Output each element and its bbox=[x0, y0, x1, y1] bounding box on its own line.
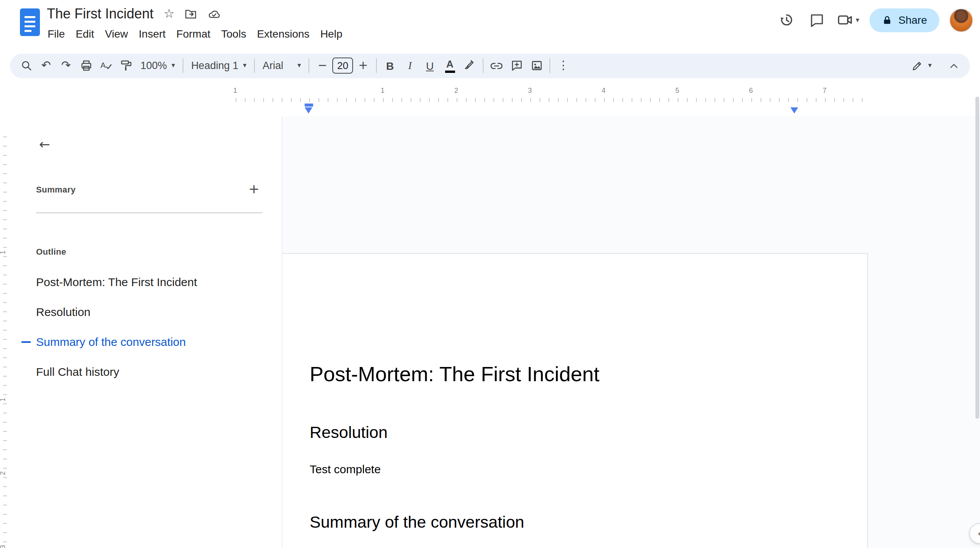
divider bbox=[376, 59, 377, 73]
share-button[interactable]: Share bbox=[869, 8, 939, 32]
title-block: The First Incident ☆ File Edit View Inse… bbox=[47, 5, 348, 41]
outline-item-label: Summary of the conversation bbox=[36, 335, 186, 348]
ruler-label: 6 bbox=[749, 87, 753, 94]
share-label: Share bbox=[898, 14, 927, 26]
current-position-dash bbox=[21, 341, 31, 343]
menu-extensions[interactable]: Extensions bbox=[252, 26, 315, 41]
hide-menus-chevron-icon[interactable] bbox=[944, 56, 964, 76]
svg-text:A: A bbox=[101, 61, 106, 69]
first-line-indent-marker[interactable] bbox=[305, 104, 313, 106]
pencil-icon bbox=[911, 60, 924, 72]
ruler-label: 7 bbox=[823, 87, 827, 94]
doc-heading-2[interactable]: Resolution bbox=[310, 421, 794, 443]
outline-item[interactable]: Resolution bbox=[12, 297, 281, 327]
left-indent-marker[interactable] bbox=[305, 107, 312, 114]
document-title[interactable]: The First Incident bbox=[47, 6, 153, 22]
menu-tools[interactable]: Tools bbox=[216, 26, 251, 41]
add-comment-icon[interactable] bbox=[506, 56, 526, 76]
add-summary-button[interactable]: + bbox=[246, 181, 263, 197]
paragraph-style-value: Heading 1 bbox=[191, 60, 238, 72]
document-page[interactable]: Post-Mortem: The First Incident Resoluti… bbox=[235, 253, 868, 548]
menu-edit[interactable]: Edit bbox=[70, 26, 99, 41]
redo-icon[interactable]: ↷ bbox=[56, 56, 76, 76]
italic-button[interactable]: I bbox=[400, 56, 420, 76]
meet-call-button[interactable]: ▾ bbox=[836, 12, 859, 28]
text-color-letter: A bbox=[446, 59, 454, 69]
divider bbox=[309, 59, 309, 73]
divider bbox=[36, 212, 262, 213]
menu-bar: File Edit View Insert Format Tools Exten… bbox=[42, 26, 348, 41]
print-icon[interactable] bbox=[76, 56, 96, 76]
horizontal-ruler: 1 1 2 3 4 5 6 7 bbox=[12, 83, 980, 117]
chevron-down-icon: ▾ bbox=[297, 63, 301, 69]
divider bbox=[254, 59, 255, 73]
divider bbox=[183, 59, 183, 73]
decrease-font-size-button[interactable]: − bbox=[312, 56, 332, 76]
move-folder-icon[interactable] bbox=[185, 7, 198, 20]
paint-format-icon[interactable] bbox=[116, 56, 136, 76]
comments-icon[interactable] bbox=[807, 10, 827, 30]
text-color-bar bbox=[445, 70, 455, 72]
close-outline-back-arrow[interactable]: ← bbox=[34, 133, 55, 155]
zoom-value: 100% bbox=[140, 60, 167, 72]
doc-heading-1[interactable]: Post-Mortem: The First Incident bbox=[310, 361, 794, 388]
editing-mode-select[interactable]: ▾ bbox=[907, 56, 936, 76]
ruler-label: 1 bbox=[233, 87, 237, 94]
header: The First Incident ☆ File Edit View Inse… bbox=[0, 0, 980, 48]
spellcheck-icon[interactable]: A bbox=[96, 56, 116, 76]
font-family-select[interactable]: Arial ▾ bbox=[258, 56, 305, 76]
font-size-input[interactable]: 20 bbox=[332, 58, 353, 74]
summary-section-label: Summary bbox=[36, 184, 76, 194]
outline-item[interactable]: Post-Mortem: The First Incident bbox=[12, 267, 281, 297]
zoom-select[interactable]: 100% ▾ bbox=[136, 56, 180, 76]
ruler-label: 2 bbox=[0, 471, 7, 475]
underline-button[interactable]: U bbox=[420, 56, 440, 76]
ruler-label: 3 bbox=[528, 87, 532, 94]
ruler-label: 1 bbox=[0, 398, 7, 402]
ruler-ticks bbox=[235, 98, 868, 102]
more-options-kebab-icon[interactable]: ⋮ bbox=[553, 56, 573, 76]
toolbar: ↶ ↷ A 100% ▾ Heading 1 ▾ Arial ▾ − 20 + … bbox=[10, 54, 970, 78]
header-right-cluster: ▾ Share bbox=[777, 6, 973, 34]
ruler-label: 1 bbox=[0, 250, 7, 254]
outline-sidebar: ← Summary + Outline Post-Mortem: The Fir… bbox=[12, 117, 282, 548]
version-history-icon[interactable] bbox=[777, 10, 797, 30]
right-indent-marker[interactable] bbox=[790, 107, 798, 114]
increase-font-size-button[interactable]: + bbox=[353, 56, 373, 76]
vertical-scrollbar-thumb[interactable] bbox=[975, 97, 979, 419]
lock-icon bbox=[881, 14, 892, 26]
highlight-color-icon[interactable] bbox=[460, 56, 480, 76]
outline-list: Post-Mortem: The First Incident Resoluti… bbox=[12, 267, 281, 387]
undo-icon[interactable]: ↶ bbox=[36, 56, 56, 76]
cloud-status-icon[interactable] bbox=[208, 7, 221, 20]
google-docs-app: The First Incident ☆ File Edit View Inse… bbox=[0, 0, 980, 548]
outline-section-label: Outline bbox=[36, 247, 66, 256]
star-icon[interactable]: ☆ bbox=[163, 8, 175, 20]
font-family-value: Arial bbox=[262, 60, 283, 72]
menu-format[interactable]: Format bbox=[171, 26, 216, 41]
outline-item[interactable]: Full Chat history bbox=[12, 357, 281, 387]
menu-help[interactable]: Help bbox=[315, 26, 348, 41]
search-menus-icon[interactable] bbox=[16, 56, 36, 76]
bold-button[interactable]: B bbox=[380, 56, 400, 76]
insert-link-icon[interactable] bbox=[487, 56, 506, 76]
ruler-label: 2 bbox=[454, 87, 458, 94]
doc-paragraph[interactable]: Test complete bbox=[310, 460, 794, 477]
ruler-ticks bbox=[3, 136, 7, 548]
chevron-down-icon: ▾ bbox=[928, 63, 932, 69]
menu-insert[interactable]: Insert bbox=[134, 26, 171, 41]
outline-item-active[interactable]: Summary of the conversation bbox=[12, 327, 281, 357]
menu-view[interactable]: View bbox=[99, 26, 133, 41]
divider bbox=[549, 59, 550, 73]
account-avatar[interactable] bbox=[949, 8, 973, 32]
vertical-ruler: 1 1 2 3 4 bbox=[0, 117, 12, 548]
menu-file[interactable]: File bbox=[42, 26, 70, 41]
chevron-down-icon: ▾ bbox=[172, 63, 175, 69]
docs-logo-icon[interactable] bbox=[20, 8, 40, 36]
ruler-label: 1 bbox=[381, 87, 384, 94]
insert-image-icon[interactable] bbox=[526, 56, 546, 76]
doc-heading-2[interactable]: Summary of the conversation bbox=[310, 511, 794, 533]
text-color-button[interactable]: A bbox=[440, 56, 460, 76]
paragraph-style-select[interactable]: Heading 1 ▾ bbox=[186, 56, 251, 76]
ruler-label: 4 bbox=[602, 87, 605, 94]
